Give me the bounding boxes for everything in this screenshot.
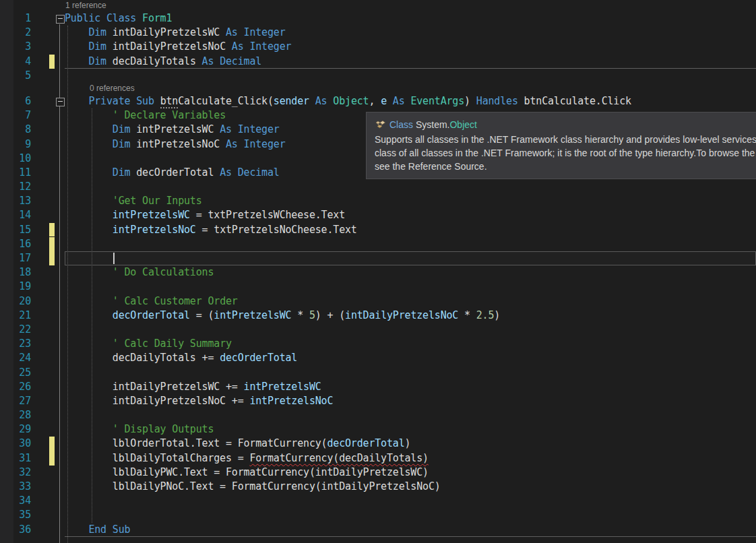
- line-number[interactable]: 15: [0, 223, 31, 237]
- line-number[interactable]: 36: [0, 523, 31, 537]
- line-number[interactable]: 35: [0, 508, 31, 522]
- code-line[interactable]: 34: [0, 494, 756, 508]
- tooltip-body: Supports all classes in the .NET Framewo…: [375, 133, 756, 173]
- code-text: decOrderTotal = (intPretzelsWC * 5) + (i…: [65, 309, 500, 323]
- code-line[interactable]: 12: [0, 180, 756, 194]
- code-line[interactable]: 22: [0, 323, 756, 337]
- code-line[interactable]: 1Public Class Form1: [0, 11, 756, 26]
- code-line[interactable]: 4 Dim decDailyTotals As Decimal: [0, 55, 756, 69]
- code-line[interactable]: 28: [0, 408, 756, 422]
- code-text: ' Do Calculations: [65, 265, 214, 280]
- code-line[interactable]: 6 Private Sub btnCalculate_Click(sender …: [0, 94, 756, 108]
- code-line[interactable]: 29 ' Display Outputs: [0, 422, 756, 437]
- line-number[interactable]: 26: [0, 380, 31, 394]
- line-number[interactable]: 9: [0, 137, 31, 152]
- line-number[interactable]: 16: [0, 237, 31, 251]
- line-number[interactable]: 25: [0, 366, 31, 380]
- line-number[interactable]: 4: [0, 55, 31, 69]
- line-number[interactable]: 1: [0, 11, 31, 26]
- code-text: intPretzelsWC = txtPretzelsWCheese.Text: [65, 208, 345, 222]
- code-text: ' Calc Customer Order: [65, 294, 238, 309]
- change-tracking-bar: [49, 223, 55, 236]
- code-text: Private Sub btnCalculate_Click(sender As…: [65, 94, 631, 108]
- line-number[interactable]: 14: [0, 208, 31, 222]
- line-number[interactable]: 11: [0, 166, 31, 180]
- code-line[interactable]: 24 decDailyTotals += decOrderTotal: [0, 351, 756, 365]
- code-line[interactable]: 33 lblDailyPNoC.Text = FormatCurrency(in…: [0, 480, 756, 494]
- code-text: 'Get Our Inputs: [65, 194, 202, 208]
- code-line[interactable]: 32 lblDailyPWC.Text = FormatCurrency(int…: [0, 466, 756, 480]
- line-number[interactable]: 18: [0, 265, 31, 280]
- line-number[interactable]: 23: [0, 337, 31, 351]
- line-number[interactable]: 29: [0, 422, 31, 437]
- current-line-highlight: [65, 251, 756, 265]
- procedure-separator-line: [65, 536, 756, 537]
- code-line[interactable]: 2 Dim intDailyPretzelsWC As Integer: [0, 26, 756, 40]
- code-text: intDailyPretzelsNoC += intPretzelsNoC: [65, 394, 333, 408]
- line-number[interactable]: 21: [0, 309, 31, 323]
- codelens-references[interactable]: 0 references: [0, 83, 756, 94]
- code-rows: 1 reference1Public Class Form12 Dim intD…: [0, 0, 756, 537]
- line-number[interactable]: 22: [0, 323, 31, 337]
- line-number[interactable]: 30: [0, 437, 31, 451]
- line-number[interactable]: 17: [0, 251, 31, 265]
- code-line[interactable]: 35: [0, 508, 756, 522]
- code-line[interactable]: 3 Dim intDailyPretzelsNoC As Integer: [0, 40, 756, 54]
- code-text: Dim decOrderTotal As Decimal: [65, 166, 280, 180]
- line-number[interactable]: 12: [0, 180, 31, 194]
- code-line[interactable]: 13 'Get Our Inputs: [0, 194, 756, 208]
- line-number[interactable]: 34: [0, 494, 31, 508]
- codelens-references[interactable]: 1 reference: [0, 0, 756, 11]
- code-line[interactable]: 5: [0, 69, 756, 83]
- line-number[interactable]: 8: [0, 123, 31, 137]
- line-number[interactable]: 33: [0, 480, 31, 494]
- codelens-label[interactable]: 0 references: [90, 84, 135, 93]
- code-line[interactable]: 26 intDailyPretzelsWC += intPretzelsWC: [0, 380, 756, 394]
- code-text: ' Display Outputs: [65, 422, 214, 437]
- code-line[interactable]: 14 intPretzelsWC = txtPretzelsWCheese.Te…: [0, 208, 756, 222]
- line-number[interactable]: 6: [0, 94, 31, 108]
- code-line[interactable]: 31 lblDailyTotalCharges = FormatCurrency…: [0, 451, 756, 466]
- code-text: lblDailyPNoC.Text = FormatCurrency(intDa…: [65, 480, 441, 494]
- code-line[interactable]: 23 ' Calc Daily Summary: [0, 337, 756, 351]
- code-line[interactable]: 30 lblOrderTotal.Text = FormatCurrency(d…: [0, 437, 756, 451]
- line-number[interactable]: 28: [0, 408, 31, 422]
- code-text: intPretzelsNoC = txtPretzelsNoCheese.Tex…: [65, 223, 357, 237]
- collapse-region-icon[interactable]: [56, 98, 65, 106]
- line-number[interactable]: 24: [0, 351, 31, 365]
- code-line[interactable]: 21 decOrderTotal = (intPretzelsWC * 5) +…: [0, 309, 756, 323]
- collapse-region-icon[interactable]: [56, 15, 65, 24]
- line-number[interactable]: 13: [0, 194, 31, 208]
- code-line[interactable]: 25: [0, 366, 756, 380]
- code-line[interactable]: 18 ' Do Calculations: [0, 265, 756, 280]
- code-text: lblDailyTotalCharges = FormatCurrency(de…: [65, 451, 429, 466]
- code-line[interactable]: 17: [0, 251, 756, 265]
- code-line[interactable]: 20 ' Calc Customer Order: [0, 294, 756, 309]
- code-line[interactable]: 16: [0, 237, 756, 251]
- code-line[interactable]: 27 intDailyPretzelsNoC += intPretzelsNoC: [0, 394, 756, 408]
- change-tracking-bar: [49, 451, 55, 466]
- code-text: Dim intPretzelsNoC As Integer: [65, 137, 286, 152]
- code-line[interactable]: 15 intPretzelsNoC = txtPretzelsNoCheese.…: [0, 223, 756, 237]
- line-number[interactable]: 31: [0, 451, 31, 466]
- code-line[interactable]: 19: [0, 280, 756, 294]
- line-number[interactable]: 32: [0, 466, 31, 480]
- code-text: Dim decDailyTotals As Decimal: [65, 55, 261, 69]
- line-number[interactable]: 5: [0, 69, 31, 83]
- line-number[interactable]: 19: [0, 280, 31, 294]
- code-text: ' Calc Daily Summary: [65, 337, 232, 351]
- tooltip-title: Class System.Object: [375, 117, 756, 131]
- line-number[interactable]: 27: [0, 394, 31, 408]
- line-number[interactable]: 20: [0, 294, 31, 309]
- code-text: intDailyPretzelsWC += intPretzelsWC: [65, 380, 321, 394]
- code-text: ' Declare Variables: [65, 108, 226, 123]
- line-number[interactable]: 2: [0, 26, 31, 40]
- line-number[interactable]: 7: [0, 108, 31, 123]
- tooltip-type: Object: [449, 119, 476, 130]
- tooltip-namespace: System.: [416, 119, 450, 130]
- line-number[interactable]: 3: [0, 40, 31, 54]
- codelens-label[interactable]: 1 reference: [65, 1, 106, 10]
- line-number[interactable]: 10: [0, 152, 31, 166]
- change-tracking-bar: [49, 237, 55, 251]
- code-line[interactable]: 36 End Sub: [0, 523, 756, 537]
